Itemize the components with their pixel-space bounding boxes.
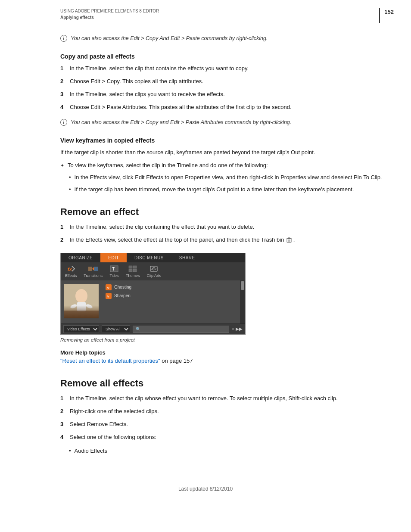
svg-line-20 (156, 268, 157, 270)
remove-all-step-text-2: Right-click one of the selected clips. (70, 407, 385, 416)
option-bullet: • (69, 447, 71, 455)
pe-search-box[interactable]: 🔍 (133, 326, 229, 333)
svg-rect-16 (150, 266, 157, 271)
cliparts-label: Clip Arts (147, 274, 162, 278)
step-num-1: 1 (60, 64, 66, 73)
more-help-link-container: "Reset an effect to its default properti… (60, 358, 385, 364)
pe-tool-effects[interactable]: fx Effects (65, 265, 77, 278)
trash-dot: . (293, 236, 295, 243)
svg-rect-8 (94, 267, 98, 271)
remove-step-text-1: In the Timeline, select the clip contain… (70, 223, 385, 231)
step-text-3: In the Timeline, select the clips you wa… (70, 90, 385, 99)
tip-block-2: You can also access the Edit > Copy and … (60, 118, 385, 127)
effects-icon: fx (66, 265, 76, 273)
video-effects-dropdown[interactable]: Video Effects (63, 325, 99, 333)
keyframes-dot-list: • In the Effects view, click Edit Effect… (69, 173, 385, 194)
dot-item-text-1: In the Effects view, click Edit Effects … (75, 173, 382, 182)
show-all-dropdown[interactable]: Show All (102, 325, 130, 333)
step-text-4: Choose Edit > Paste Attributes. This pas… (70, 103, 385, 112)
effect-ghosting[interactable]: fx Ghosting (104, 283, 238, 292)
step-4: 4 Choose Edit > Paste Attributes. This p… (60, 103, 385, 112)
remove-step-num-1: 1 (60, 223, 66, 231)
trash-bin-icon (286, 237, 292, 243)
remove-all-steps: 1 In the Timeline, select the clip whose… (60, 394, 385, 442)
effects-label: Effects (65, 274, 77, 278)
remove-all-step-2: 2 Right-click one of the selected clips. (60, 407, 385, 416)
tip1-text: You can also access the Edit > Copy And … (71, 34, 268, 43)
remove-all-step-num-3: 3 (60, 420, 66, 429)
tab-organize[interactable]: ORGANIZE (61, 253, 100, 262)
transitions-icon (88, 265, 98, 273)
titles-icon: T (109, 265, 119, 273)
step-num-3: 3 (60, 90, 66, 99)
pe-thumbnail (64, 284, 99, 318)
svg-text:fx: fx (107, 295, 109, 298)
step-3: 3 In the Timeline, select the clips you … (60, 90, 385, 99)
pe-tool-transitions[interactable]: Transitions (84, 265, 103, 278)
remove-all-step-num-2: 2 (60, 407, 66, 416)
copy-paste-steps: 1 In the Timeline, select the clip that … (60, 64, 385, 112)
diamond-bullet: ✦ (60, 162, 64, 170)
copy-paste-heading: Copy and paste all effects (60, 53, 385, 60)
dot-item-text-2: If the target clip has been trimmed, mov… (75, 185, 354, 194)
page-footer: Last updated 8/12/2010 (0, 477, 411, 505)
step-num-4: 4 (60, 103, 66, 112)
pe-ui: ORGANIZE EDIT DISC MENUS SHARE fx (61, 253, 245, 334)
list-view-icon[interactable]: ≡ (232, 327, 234, 331)
pe-effects-list: fx Ghosting fx Sharpen (102, 280, 240, 324)
remove-all-step-4: 4 Select one of the following options: (60, 433, 385, 442)
tab-disc-menus[interactable]: DISC MENUS (127, 253, 171, 262)
tab-share[interactable]: SHARE (171, 253, 203, 262)
pe-scroll-thumb[interactable] (241, 281, 244, 290)
remove-step-2: 2 In the Effects view, select the effect… (60, 236, 385, 244)
premiere-screenshot: ORGANIZE EDIT DISC MENUS SHARE fx (60, 253, 246, 335)
page-container: USING ADOBE PREMIERE ELEMENTS 8 EDITOR A… (0, 0, 411, 532)
svg-text:fx: fx (68, 267, 72, 272)
pe-content-area: fx Ghosting fx Sharpen (61, 280, 245, 324)
remove-all-step-num-1: 1 (60, 394, 66, 403)
remove-all-options: • Audio Effects (69, 447, 385, 455)
svg-text:fx: fx (107, 286, 109, 289)
keyframes-intro: If the target clip is shorter than the s… (60, 148, 385, 157)
keyframes-heading: View keyframes in copied effects (60, 137, 385, 144)
remove-all-step-text-3: Select Remove Effects. (70, 420, 385, 429)
svg-rect-13 (133, 266, 137, 268)
tip-icon-2 (60, 119, 67, 126)
svg-rect-2 (288, 238, 290, 239)
svg-rect-12 (129, 266, 132, 268)
pe-tool-themes[interactable]: Themes (126, 265, 140, 278)
diamond-item-text: To view the keyframes, select the clip i… (68, 161, 268, 170)
remove-all-step-1: 1 In the Timeline, select the clip whose… (60, 394, 385, 403)
main-content: You can also access the Edit > Copy And … (0, 23, 411, 477)
breadcrumb-line1: USING ADOBE PREMIERE ELEMENTS 8 EDITOR (60, 8, 159, 14)
help-link[interactable]: "Reset an effect to its default properti… (60, 358, 160, 364)
titles-label: Titles (109, 274, 118, 278)
keyframes-diamond-list: ✦ To view the keyframes, select the clip… (60, 161, 385, 170)
tip-icon-1 (60, 35, 67, 42)
grid-view-icon[interactable]: ▶▶ (236, 327, 243, 331)
themes-label: Themes (126, 274, 140, 278)
svg-text:T: T (112, 267, 115, 271)
effect-sharpen[interactable]: fx Sharpen (104, 292, 238, 300)
header-bar: USING ADOBE PREMIERE ELEMENTS 8 EDITOR A… (0, 0, 411, 23)
screenshot-caption: Removing an effect from a project (60, 337, 385, 342)
option-text: Audio Effects (75, 447, 107, 455)
svg-rect-7 (88, 267, 92, 271)
sharpen-icon: fx (106, 293, 112, 299)
pe-tabs: ORGANIZE EDIT DISC MENUS SHARE (61, 253, 245, 262)
svg-rect-26 (64, 311, 99, 318)
dot-item-1: • In the Effects view, click Edit Effect… (69, 173, 385, 182)
pe-scrollbar[interactable] (240, 280, 245, 324)
step-text-1: In the Timeline, select the clip that co… (70, 64, 385, 73)
remove-effect-heading: Remove an effect (60, 206, 385, 218)
pe-tool-cliparts[interactable]: Clip Arts (147, 265, 162, 278)
remove-all-step-num-4: 4 (60, 433, 66, 442)
ghosting-label: Ghosting (114, 285, 131, 289)
svg-marker-9 (92, 267, 94, 271)
remove-all-step-text-4: Select one of the following options: (70, 433, 385, 442)
svg-point-22 (75, 289, 87, 303)
option-audio-effects: • Audio Effects (69, 447, 385, 455)
pe-tool-titles[interactable]: T Titles (109, 265, 119, 278)
tip2-text: You can also access the Edit > Copy and … (71, 118, 291, 127)
tab-edit[interactable]: EDIT (100, 253, 127, 262)
